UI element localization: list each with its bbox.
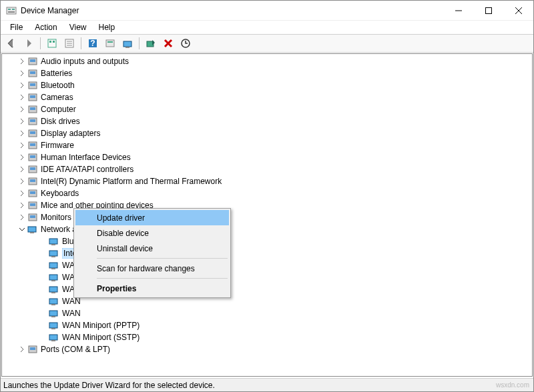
mouse-icon <box>27 200 38 211</box>
svg-rect-69 <box>49 323 57 328</box>
svg-rect-68 <box>51 316 55 317</box>
tree-device[interactable]: WAN Miniport (PPTP) <box>2 319 532 331</box>
tree-label: Disk drives <box>41 117 80 126</box>
tree-label: IDE ATA/ATAPI controllers <box>41 165 134 174</box>
tree-category[interactable]: Batteries <box>2 67 532 79</box>
menu-view[interactable]: View <box>64 21 92 33</box>
svg-rect-28 <box>30 71 35 74</box>
network-adapter-icon <box>49 296 59 307</box>
tree-category[interactable]: Disk drives <box>2 115 532 127</box>
maximize-button[interactable] <box>473 1 503 21</box>
title-bar: Device Manager <box>1 1 533 21</box>
expand-arrow-icon[interactable] <box>18 117 26 125</box>
svg-rect-1 <box>8 9 11 10</box>
toolbar-separator <box>40 37 41 49</box>
toolbar-show-hidden-button[interactable] <box>44 35 60 51</box>
svg-rect-18 <box>107 41 113 43</box>
svg-rect-36 <box>30 119 35 122</box>
ctx-uninstall-device[interactable]: Uninstall device <box>75 241 229 256</box>
expand-arrow-icon[interactable] <box>18 57 26 65</box>
svg-rect-74 <box>30 347 35 350</box>
ctx-disable-device[interactable]: Disable device <box>75 225 229 241</box>
tree-label: Audio inputs and outputs <box>41 57 129 66</box>
expand-arrow-icon[interactable] <box>18 129 26 137</box>
speaker-icon <box>27 56 38 67</box>
menu-help[interactable]: Help <box>93 21 121 33</box>
expand-arrow-icon[interactable] <box>18 153 26 161</box>
expand-arrow-icon[interactable] <box>18 213 26 221</box>
network-adapter-icon <box>49 332 59 343</box>
toolbar-separator <box>139 37 140 49</box>
expand-arrow-icon[interactable] <box>18 69 26 77</box>
toolbar-uninstall-button[interactable] <box>160 35 176 51</box>
svg-rect-19 <box>123 41 131 47</box>
ctx-update-driver[interactable]: Update driver <box>75 210 229 225</box>
tree-device[interactable]: WAN <box>2 307 532 319</box>
tree-category-ports[interactable]: Ports (COM & LPT) <box>2 343 532 355</box>
tree-label: Batteries <box>41 69 72 78</box>
svg-rect-57 <box>49 251 57 256</box>
battery-icon <box>27 68 38 79</box>
menu-file[interactable]: File <box>5 21 28 33</box>
expand-arrow-icon[interactable] <box>18 93 26 101</box>
svg-rect-44 <box>30 167 35 170</box>
tree-category[interactable]: Computer <box>2 103 532 115</box>
expand-arrow-icon[interactable] <box>18 105 26 113</box>
network-adapter-icon <box>49 284 59 295</box>
close-button[interactable] <box>503 1 533 21</box>
minimize-button[interactable] <box>443 1 473 21</box>
menu-action[interactable]: Action <box>29 21 62 33</box>
keyboard-icon <box>27 188 38 199</box>
toolbar-update-button[interactable] <box>102 35 118 51</box>
svg-rect-8 <box>48 39 56 47</box>
app-icon <box>6 5 17 16</box>
expand-arrow-icon[interactable] <box>18 189 26 197</box>
ctx-properties[interactable]: Properties <box>75 281 229 296</box>
expand-arrow-icon[interactable] <box>18 201 26 209</box>
tree-category[interactable]: Firmware <box>2 139 532 151</box>
toolbar-scan-button[interactable] <box>143 35 159 51</box>
toolbar-separator <box>81 37 81 49</box>
tree-label: Cameras <box>41 93 73 102</box>
tree-label: WAN <box>62 309 81 318</box>
toolbar-add-legacy-button[interactable] <box>178 35 194 51</box>
tree-label: Intel(R) Dynamic Platform and Thermal Fr… <box>41 177 222 186</box>
svg-rect-63 <box>49 287 57 292</box>
tree-category[interactable]: IDE ATA/ATAPI controllers <box>2 163 532 175</box>
expand-arrow-icon[interactable] <box>18 177 26 185</box>
expand-arrow-icon[interactable] <box>18 141 26 149</box>
tree-category[interactable]: Audio inputs and outputs <box>2 55 532 67</box>
svg-rect-40 <box>30 143 35 146</box>
camera-icon <box>27 92 38 103</box>
toolbar-forward-button[interactable] <box>21 35 37 51</box>
svg-rect-50 <box>30 203 35 206</box>
svg-rect-59 <box>49 263 57 268</box>
tree-category[interactable]: Cameras <box>2 91 532 103</box>
svg-rect-52 <box>30 215 35 218</box>
tree-category[interactable]: Display adapters <box>2 127 532 139</box>
collapse-arrow-icon[interactable] <box>18 225 26 233</box>
tree-category[interactable]: Bluetooth <box>2 79 532 91</box>
svg-rect-56 <box>51 244 55 245</box>
tree-category[interactable]: Intel(R) Dynamic Platform and Thermal Fr… <box>2 175 532 187</box>
ide-icon <box>27 164 38 175</box>
expand-arrow-icon[interactable] <box>18 81 26 89</box>
toolbar-properties-button[interactable] <box>61 35 77 51</box>
svg-rect-32 <box>30 95 35 98</box>
tree-category[interactable]: Human Interface Devices <box>2 151 532 163</box>
ctx-scan-hardware[interactable]: Scan for hardware changes <box>75 261 229 276</box>
display-icon <box>27 128 38 139</box>
svg-rect-3 <box>8 11 15 13</box>
svg-rect-58 <box>51 256 55 257</box>
expand-arrow-icon[interactable] <box>18 165 26 173</box>
svg-rect-64 <box>51 292 55 293</box>
computer-icon <box>27 104 38 115</box>
toolbar-disable-button[interactable] <box>119 35 136 51</box>
tree-device[interactable]: WAN Miniport (SSTP) <box>2 331 532 343</box>
expand-arrow-icon[interactable] <box>18 345 26 353</box>
tree-category[interactable]: Keyboards <box>2 187 532 199</box>
svg-rect-54 <box>30 232 34 233</box>
tree-label: Keyboards <box>41 189 79 198</box>
toolbar-back-button[interactable] <box>3 35 19 51</box>
toolbar-help-button[interactable]: ? <box>85 35 101 51</box>
